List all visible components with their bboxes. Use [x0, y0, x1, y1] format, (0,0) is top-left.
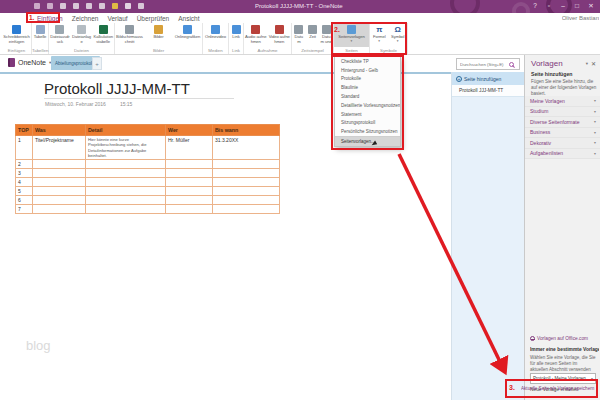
table-cell[interactable] — [166, 160, 213, 169]
ribbon-button-tabelle[interactable]: Tabelle — [32, 23, 48, 47]
table-cell[interactable] — [213, 178, 280, 187]
table-cell[interactable]: 5 — [16, 187, 33, 196]
ribbon-group-label: Bilder — [115, 47, 202, 54]
annotation-number-2: 2. — [334, 26, 340, 33]
table-cell[interactable] — [33, 178, 86, 187]
undo-icon[interactable] — [47, 3, 53, 9]
table-cell[interactable] — [166, 178, 213, 187]
templates-pane: Vorlagen ▾ ✕ Seite hinzufügen Fügen Sie … — [524, 55, 600, 400]
search-input[interactable] — [457, 62, 509, 67]
ribbon-button-bildschirmausschnitt[interactable]: Bildschirmausschnitt — [115, 23, 144, 47]
ribbon-button-onlinevideo[interactable]: Onlinevideo — [203, 23, 228, 47]
table-cell[interactable] — [166, 196, 213, 205]
flag-icon[interactable] — [73, 3, 79, 9]
table-cell[interactable] — [33, 169, 86, 178]
table-cell[interactable]: Hier könnte eine kurze Projektbeschreibu… — [86, 136, 166, 160]
ribbon-group-bilder: BildschirmausschnittBilderOnlinegrafiken… — [115, 23, 203, 54]
table-header-cell[interactable]: Detail — [86, 125, 166, 136]
table-header-cell[interactable]: Bis wann — [213, 125, 280, 136]
category-label: Dekorativ — [530, 140, 551, 146]
table-cell[interactable]: 6 — [16, 196, 33, 205]
back-icon[interactable] — [34, 3, 40, 9]
person-icon[interactable] — [86, 3, 92, 9]
table-cell[interactable]: 31.3.20XX — [213, 136, 280, 160]
minimize-button[interactable]: – — [556, 1, 570, 11]
chevron-down-icon: ▾ — [594, 119, 596, 124]
table-cell[interactable] — [213, 196, 280, 205]
ribbon-display-options-button[interactable]: ▫ — [542, 1, 556, 11]
table-cell[interactable] — [166, 187, 213, 196]
table-cell[interactable]: 3 — [16, 169, 33, 178]
template-category-diverse-seitenformate[interactable]: Diverse Seitenformate▾ — [525, 117, 600, 128]
office-com-templates-link[interactable]: Vorlagen auf Office.com — [530, 336, 600, 341]
ribbon-button-dateianlage[interactable]: Dateianlage — [71, 23, 93, 47]
page-title[interactable]: Protokoll JJJJ-MM-TT — [44, 80, 190, 97]
close-button[interactable]: ✕ — [584, 1, 598, 11]
table-cell[interactable] — [86, 187, 166, 196]
ribbon-button-onlinegrafiken[interactable]: Onlinegrafiken — [173, 23, 202, 47]
table-cell[interactable]: 7 — [16, 205, 33, 214]
table-cell[interactable]: 1 — [16, 136, 33, 160]
table-cell[interactable] — [213, 205, 280, 214]
ribbon-button-schreibbereich-einfügen[interactable]: Schreibbereich einfügen — [2, 23, 31, 47]
ribbon-tab-überprüfen[interactable]: Überprüfen — [137, 15, 170, 22]
table-cell[interactable] — [213, 160, 280, 169]
template-category-business[interactable]: Business▾ — [525, 128, 600, 139]
table-cell[interactable] — [33, 205, 86, 214]
table-cell[interactable] — [86, 196, 166, 205]
table-header-cell[interactable]: Was — [33, 125, 86, 136]
lightning-icon[interactable] — [99, 3, 105, 9]
ribbon-button-zeit[interactable]: Zeit — [306, 23, 320, 47]
ribbon-button-audio-aufnehmen[interactable]: Audio aufnehmen — [244, 23, 268, 47]
ribbon-button-video-aufnehmen[interactable]: Video aufnehmen — [268, 23, 292, 47]
table-cell[interactable] — [33, 160, 86, 169]
ribbon-tab-zeichnen[interactable]: Zeichnen — [72, 15, 99, 22]
search-box[interactable] — [456, 58, 520, 70]
page-list: Protokoll JJJ-MM-TT — [452, 85, 524, 97]
page-tab-protokoll-jjj-mm-tt[interactable]: Protokoll JJJ-MM-TT — [452, 85, 524, 97]
table-icon — [36, 25, 45, 34]
template-category-meine-vorlagen[interactable]: Meine Vorlagen▾ — [525, 96, 600, 107]
table-cell[interactable] — [166, 205, 213, 214]
ribbon-tab-ansicht[interactable]: Ansicht — [178, 15, 199, 22]
grid-pen-icon[interactable] — [138, 3, 144, 9]
date-icon — [294, 25, 303, 34]
template-category-aufgabenlisten[interactable]: Aufgabenlisten▾ — [525, 149, 600, 160]
template-category-studium[interactable]: Studium▾ — [525, 107, 600, 118]
ribbon-button-kalkulationstabelle[interactable]: Kalkulationstabelle — [92, 23, 114, 47]
notebook-icon[interactable] — [125, 3, 131, 9]
template-category-dekorativ[interactable]: Dekorativ▾ — [525, 138, 600, 149]
table-cell[interactable] — [33, 187, 86, 196]
ribbon-button-datum[interactable]: Datum — [292, 23, 306, 47]
ribbon-button-link[interactable]: Link — [229, 23, 243, 47]
office-link-label: Vorlagen auf Office.com — [537, 336, 588, 341]
highlighter-icon[interactable] — [112, 3, 118, 9]
table-cell[interactable] — [33, 196, 86, 205]
table-cell[interactable]: Hr. Müller — [166, 136, 213, 160]
table-cell[interactable] — [86, 178, 166, 187]
table-cell[interactable] — [86, 160, 166, 169]
table-cell[interactable]: Titel/Projektname — [33, 136, 86, 160]
new-section-button[interactable]: + — [92, 57, 102, 70]
help-button[interactable]: ? — [528, 1, 542, 11]
save-page-as-template-link[interactable]: Aktuelle Seite als Vorlage speichern — [521, 386, 598, 391]
table-cell[interactable] — [86, 205, 166, 214]
maximize-button[interactable]: □ — [570, 1, 584, 11]
table-header-cell[interactable]: Wer — [166, 125, 213, 136]
pane-options-icon[interactable]: ▾ — [586, 61, 588, 66]
table-cell[interactable]: 2 — [16, 160, 33, 169]
table-cell[interactable] — [213, 187, 280, 196]
table-cell[interactable]: 4 — [16, 178, 33, 187]
table-cell[interactable] — [86, 169, 166, 178]
plus-icon: + — [456, 76, 462, 82]
notebook-dropdown[interactable]: OneNote ▾ — [8, 58, 51, 67]
ribbon-button-bilder[interactable]: Bilder — [144, 23, 173, 47]
table-cell[interactable] — [213, 169, 280, 178]
ribbon-button-dateiausdruck[interactable]: Dateiausdruck — [49, 23, 71, 47]
table-header-cell[interactable]: TOP — [16, 125, 33, 136]
ribbon-tab-verlauf[interactable]: Verlauf — [107, 15, 127, 22]
close-icon[interactable]: ✕ — [591, 60, 596, 67]
add-page-button[interactable]: + Seite hinzufügen — [452, 72, 524, 85]
pen-icon[interactable] — [60, 3, 66, 9]
table-cell[interactable] — [166, 169, 213, 178]
